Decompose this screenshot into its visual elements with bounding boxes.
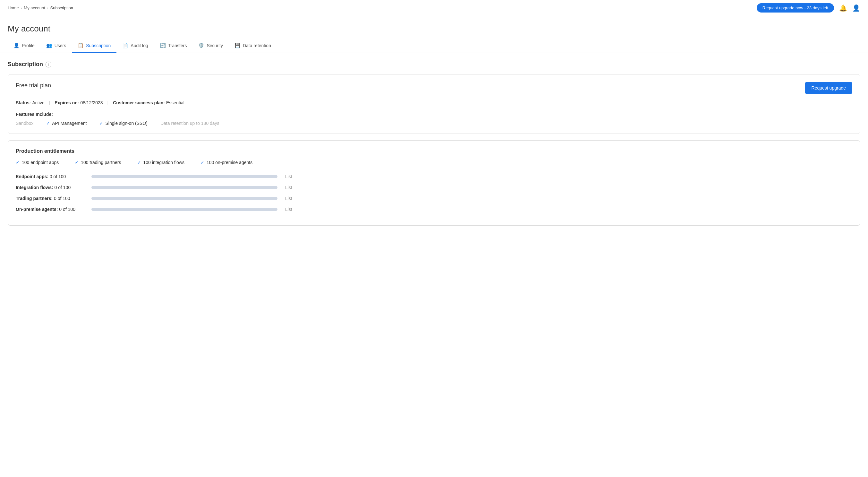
topbar-right: Request upgrade now - 23 days left 🔔 👤 — [757, 3, 860, 12]
sandbox-label: Sandbox — [16, 121, 33, 126]
tab-profile-label: Profile — [22, 43, 35, 48]
entitlement-endpoint-label: 100 endpoint apps — [22, 160, 59, 165]
customer-success-item: Customer success plan: Essential — [113, 100, 184, 105]
entitlement-onpremise-agents: ✓ 100 on-premise agents — [200, 160, 252, 165]
entitlements-card: Production entitlements ✓ 100 endpoint a… — [8, 140, 860, 226]
feature-api-management: ✓ API Management — [46, 121, 87, 126]
entitlements-list: ✓ 100 endpoint apps ✓ 100 trading partne… — [16, 160, 852, 165]
tab-dataretention-label: Data retention — [243, 43, 271, 48]
feature-data-retention: Data retention up to 180 days — [160, 121, 219, 126]
tab-profile[interactable]: 👤 Profile — [8, 39, 40, 53]
plan-title: Free trial plan — [16, 82, 51, 89]
dataretention-icon: 💾 — [235, 43, 241, 49]
customer-success-label: Customer success plan: — [113, 100, 165, 105]
feature-sso: ✓ Single sign-on (SSO) — [99, 121, 148, 126]
nav-tabs: 👤 Profile 👥 Users 📋 Subscription 📄 Audit… — [0, 39, 868, 53]
users-icon: 👥 — [46, 43, 52, 49]
list-link-onpremise[interactable]: List — [285, 207, 292, 212]
breadcrumb-current: Subscription — [50, 5, 73, 10]
check-icon-onpremise: ✓ — [200, 160, 204, 165]
sso-label: Single sign-on (SSO) — [105, 121, 148, 126]
transfers-icon: 🔄 — [160, 43, 166, 49]
security-icon: 🛡️ — [198, 43, 204, 49]
features-list: Sandbox ✓ API Management ✓ Single sign-o… — [16, 121, 852, 126]
expires-value: 08/12/2023 — [80, 100, 103, 105]
user-account-button[interactable]: 👤 — [852, 4, 860, 12]
entitlement-integration-label: 100 integration flows — [144, 160, 184, 165]
tab-users[interactable]: 👥 Users — [40, 39, 72, 53]
breadcrumb: Home › My account › Subscription — [8, 5, 73, 10]
list-link-endpoint[interactable]: List — [285, 174, 292, 179]
usage-row-integration-flows: Integration flows: 0 of 100 List — [16, 185, 852, 190]
check-icon-sso: ✓ — [99, 121, 103, 126]
page-title-area: My account — [0, 16, 868, 39]
auditlog-icon: 📄 — [122, 43, 128, 49]
subscription-icon: 📋 — [78, 43, 84, 49]
entitlement-trading-label: 100 trading partners — [81, 160, 121, 165]
features-label: Features Include: — [16, 112, 852, 117]
upgrade-now-button[interactable]: Request upgrade now - 23 days left — [757, 3, 834, 12]
meta-sep-1: | — [49, 100, 50, 105]
tab-users-label: Users — [55, 43, 66, 48]
customer-success-value: Essential — [166, 100, 184, 105]
usage-label-trading-partners: Trading partners: 0 of 100 — [16, 196, 86, 201]
tab-security-label: Security — [207, 43, 223, 48]
notifications-button[interactable]: 🔔 — [839, 4, 847, 12]
list-link-integration[interactable]: List — [285, 185, 292, 190]
api-management-label: API Management — [52, 121, 87, 126]
trial-meta: Status: Active | Expires on: 08/12/2023 … — [16, 100, 852, 105]
usage-row-onpremise-agents: On-premise agents: 0 of 100 List — [16, 207, 852, 212]
feature-sandbox: Sandbox — [16, 121, 33, 126]
tab-dataretention[interactable]: 💾 Data retention — [229, 39, 277, 53]
tab-subscription-label: Subscription — [86, 43, 111, 48]
entitlement-endpoint-apps: ✓ 100 endpoint apps — [16, 160, 59, 165]
progress-bar-container-trading — [91, 197, 277, 200]
status-value: Active — [32, 100, 44, 105]
info-icon[interactable]: i — [45, 62, 51, 67]
tab-auditlog-label: Audit log — [130, 43, 148, 48]
expires-label: Expires on: — [55, 100, 79, 105]
entitlement-trading-partners: ✓ 100 trading partners — [75, 160, 121, 165]
status-label: Status: — [16, 100, 31, 105]
usage-row-trading-partners: Trading partners: 0 of 100 List — [16, 196, 852, 201]
entitlement-integration-flows: ✓ 100 integration flows — [137, 160, 184, 165]
usage-row-endpoint-apps: Endpoint apps: 0 of 100 List — [16, 174, 852, 179]
entitlement-onpremise-label: 100 on-premise agents — [207, 160, 252, 165]
progress-bar-container-onpremise — [91, 208, 277, 211]
progress-bar-container-endpoint — [91, 175, 277, 178]
usage-label-endpoint-apps: Endpoint apps: 0 of 100 — [16, 174, 86, 179]
tab-transfers-label: Transfers — [168, 43, 187, 48]
bell-icon: 🔔 — [839, 4, 847, 12]
request-upgrade-button[interactable]: Request upgrade — [805, 82, 852, 94]
free-trial-card: Free trial plan Request upgrade Status: … — [8, 74, 860, 134]
trial-card-header: Free trial plan Request upgrade — [16, 82, 852, 94]
section-header: Subscription i — [8, 61, 860, 68]
breadcrumb-sep-2: › — [47, 6, 49, 10]
status-item: Status: Active — [16, 100, 44, 105]
profile-icon: 👤 — [13, 43, 20, 49]
tab-subscription[interactable]: 📋 Subscription — [72, 39, 117, 53]
main-content: Subscription i Free trial plan Request u… — [0, 53, 868, 240]
expires-item: Expires on: 08/12/2023 — [55, 100, 103, 105]
breadcrumb-sep-1: › — [21, 6, 22, 10]
meta-sep-2: | — [107, 100, 109, 105]
data-retention-label: Data retention up to 180 days — [160, 121, 219, 126]
check-icon-api: ✓ — [46, 121, 50, 126]
page-title: My account — [8, 24, 860, 34]
check-icon-trading: ✓ — [75, 160, 79, 165]
breadcrumb-home[interactable]: Home — [8, 5, 19, 10]
tab-transfers[interactable]: 🔄 Transfers — [154, 39, 193, 53]
check-icon-integration: ✓ — [137, 160, 141, 165]
tab-security[interactable]: 🛡️ Security — [192, 39, 229, 53]
section-title: Subscription — [8, 61, 43, 68]
topbar: Home › My account › Subscription Request… — [0, 0, 868, 16]
tab-auditlog[interactable]: 📄 Audit log — [117, 39, 154, 53]
entitlements-title: Production entitlements — [16, 148, 852, 154]
list-link-trading[interactable]: List — [285, 196, 292, 201]
progress-bar-container-integration — [91, 186, 277, 189]
check-icon-endpoint: ✓ — [16, 160, 20, 165]
breadcrumb-myaccount[interactable]: My account — [24, 5, 45, 10]
usage-label-integration-flows: Integration flows: 0 of 100 — [16, 185, 86, 190]
user-icon: 👤 — [852, 4, 860, 12]
usage-label-onpremise-agents: On-premise agents: 0 of 100 — [16, 207, 86, 212]
